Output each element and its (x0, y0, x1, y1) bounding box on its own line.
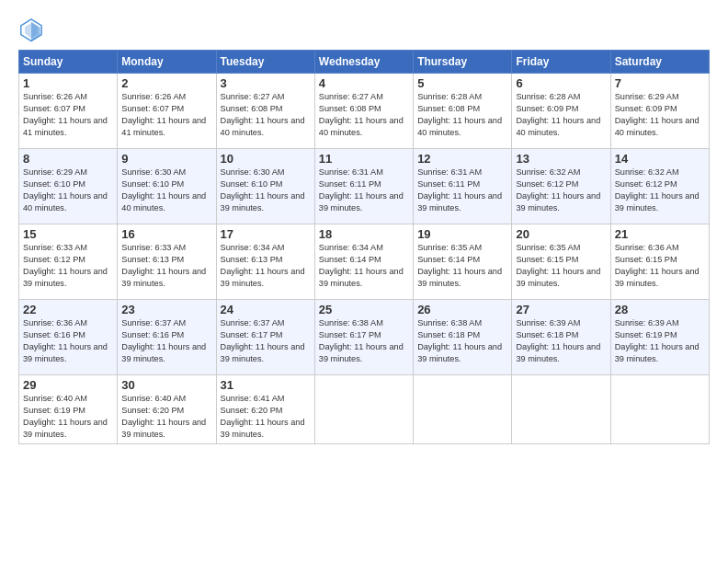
day-number: 12 (417, 152, 507, 166)
day-info: Sunrise: 6:38 AMSunset: 6:17 PMDaylight:… (319, 317, 409, 365)
weekday-saturday: Saturday (610, 51, 709, 74)
logo-icon (18, 17, 44, 42)
calendar-cell: 17Sunrise: 6:34 AMSunset: 6:13 PMDayligh… (216, 224, 314, 300)
weekday-monday: Monday (118, 51, 216, 74)
calendar-cell: 26Sunrise: 6:38 AMSunset: 6:18 PMDayligh… (414, 300, 512, 375)
day-number: 8 (23, 152, 113, 166)
day-number: 24 (221, 303, 311, 316)
day-info: Sunrise: 6:29 AMSunset: 6:09 PMDaylight:… (615, 91, 705, 139)
day-number: 25 (319, 303, 409, 316)
calendar-cell: 3Sunrise: 6:27 AMSunset: 6:08 PMDaylight… (216, 74, 314, 149)
day-info: Sunrise: 6:37 AMSunset: 6:17 PMDaylight:… (221, 317, 311, 365)
calendar-cell: 24Sunrise: 6:37 AMSunset: 6:17 PMDayligh… (216, 300, 314, 375)
day-number: 27 (516, 303, 606, 316)
calendar-cell (314, 375, 413, 444)
calendar-cell: 19Sunrise: 6:35 AMSunset: 6:14 PMDayligh… (414, 224, 512, 300)
day-info: Sunrise: 6:31 AMSunset: 6:11 PMDaylight:… (319, 167, 409, 214)
calendar-cell: 18Sunrise: 6:34 AMSunset: 6:14 PMDayligh… (314, 224, 413, 300)
day-info: Sunrise: 6:36 AMSunset: 6:15 PMDaylight:… (615, 242, 705, 290)
day-number: 31 (221, 378, 311, 392)
day-info: Sunrise: 6:26 AMSunset: 6:07 PMDaylight:… (23, 91, 113, 139)
weekday-wednesday: Wednesday (314, 51, 413, 74)
calendar-cell: 22Sunrise: 6:36 AMSunset: 6:16 PMDayligh… (19, 300, 118, 375)
day-number: 1 (23, 76, 113, 90)
day-number: 14 (615, 152, 705, 166)
calendar-cell: 28Sunrise: 6:39 AMSunset: 6:19 PMDayligh… (610, 300, 709, 375)
day-number: 16 (121, 227, 211, 241)
calendar-cell: 25Sunrise: 6:38 AMSunset: 6:17 PMDayligh… (314, 300, 413, 375)
weekday-thursday: Thursday (414, 51, 512, 74)
calendar-cell: 31Sunrise: 6:41 AMSunset: 6:20 PMDayligh… (216, 375, 314, 444)
day-info: Sunrise: 6:40 AMSunset: 6:20 PMDaylight:… (121, 393, 211, 441)
day-info: Sunrise: 6:38 AMSunset: 6:18 PMDaylight:… (417, 317, 507, 365)
calendar-cell (610, 375, 709, 444)
day-number: 13 (516, 152, 606, 166)
day-number: 4 (319, 76, 409, 90)
page: SundayMondayTuesdayWednesdayThursdayFrid… (0, 0, 728, 563)
day-number: 2 (121, 76, 211, 90)
calendar-cell: 11Sunrise: 6:31 AMSunset: 6:11 PMDayligh… (314, 149, 413, 224)
day-number: 18 (319, 227, 409, 241)
day-number: 20 (516, 227, 606, 241)
day-number: 23 (121, 303, 211, 316)
calendar-cell: 20Sunrise: 6:35 AMSunset: 6:15 PMDayligh… (512, 224, 610, 300)
calendar-cell: 23Sunrise: 6:37 AMSunset: 6:16 PMDayligh… (118, 300, 216, 375)
day-number: 10 (221, 152, 311, 166)
calendar-cell: 7Sunrise: 6:29 AMSunset: 6:09 PMDaylight… (610, 74, 709, 149)
calendar-cell: 5Sunrise: 6:28 AMSunset: 6:08 PMDaylight… (414, 74, 512, 149)
day-number: 28 (615, 303, 705, 316)
day-number: 17 (221, 227, 311, 241)
day-number: 11 (319, 152, 409, 166)
calendar-cell: 14Sunrise: 6:32 AMSunset: 6:12 PMDayligh… (610, 149, 709, 224)
day-info: Sunrise: 6:36 AMSunset: 6:16 PMDaylight:… (23, 317, 113, 365)
day-info: Sunrise: 6:37 AMSunset: 6:16 PMDaylight:… (121, 317, 211, 365)
day-info: Sunrise: 6:30 AMSunset: 6:10 PMDaylight:… (221, 167, 311, 214)
day-number: 29 (23, 378, 113, 392)
day-info: Sunrise: 6:34 AMSunset: 6:14 PMDaylight:… (319, 242, 409, 290)
day-info: Sunrise: 6:39 AMSunset: 6:18 PMDaylight:… (516, 317, 606, 365)
day-info: Sunrise: 6:32 AMSunset: 6:12 PMDaylight:… (615, 167, 705, 214)
calendar-table: SundayMondayTuesdayWednesdayThursdayFrid… (18, 50, 710, 444)
day-number: 7 (615, 76, 705, 90)
week-row-5: 29Sunrise: 6:40 AMSunset: 6:19 PMDayligh… (19, 375, 710, 444)
day-number: 22 (23, 303, 113, 316)
day-info: Sunrise: 6:33 AMSunset: 6:12 PMDaylight:… (23, 242, 113, 290)
calendar-cell (512, 375, 610, 444)
calendar-cell: 15Sunrise: 6:33 AMSunset: 6:12 PMDayligh… (19, 224, 118, 300)
day-info: Sunrise: 6:30 AMSunset: 6:10 PMDaylight:… (121, 167, 211, 214)
calendar-cell: 9Sunrise: 6:30 AMSunset: 6:10 PMDaylight… (118, 149, 216, 224)
day-number: 15 (23, 227, 113, 241)
day-number: 30 (121, 378, 211, 392)
day-info: Sunrise: 6:41 AMSunset: 6:20 PMDaylight:… (221, 393, 311, 441)
day-info: Sunrise: 6:31 AMSunset: 6:11 PMDaylight:… (417, 167, 507, 214)
day-info: Sunrise: 6:33 AMSunset: 6:13 PMDaylight:… (121, 242, 211, 290)
header (18, 17, 710, 42)
calendar-cell: 12Sunrise: 6:31 AMSunset: 6:11 PMDayligh… (414, 149, 512, 224)
day-info: Sunrise: 6:32 AMSunset: 6:12 PMDaylight:… (516, 167, 606, 214)
day-number: 5 (417, 76, 507, 90)
calendar-cell: 2Sunrise: 6:26 AMSunset: 6:07 PMDaylight… (118, 74, 216, 149)
calendar-cell: 4Sunrise: 6:27 AMSunset: 6:08 PMDaylight… (314, 74, 413, 149)
week-row-1: 1Sunrise: 6:26 AMSunset: 6:07 PMDaylight… (19, 74, 710, 149)
day-info: Sunrise: 6:28 AMSunset: 6:09 PMDaylight:… (516, 91, 606, 139)
calendar-cell: 30Sunrise: 6:40 AMSunset: 6:20 PMDayligh… (118, 375, 216, 444)
calendar-cell: 10Sunrise: 6:30 AMSunset: 6:10 PMDayligh… (216, 149, 314, 224)
day-number: 9 (121, 152, 211, 166)
logo (18, 17, 48, 42)
day-info: Sunrise: 6:27 AMSunset: 6:08 PMDaylight:… (221, 91, 311, 139)
calendar-cell: 29Sunrise: 6:40 AMSunset: 6:19 PMDayligh… (19, 375, 118, 444)
day-number: 3 (221, 76, 311, 90)
day-info: Sunrise: 6:34 AMSunset: 6:13 PMDaylight:… (221, 242, 311, 290)
calendar-cell: 8Sunrise: 6:29 AMSunset: 6:10 PMDaylight… (19, 149, 118, 224)
calendar-cell: 27Sunrise: 6:39 AMSunset: 6:18 PMDayligh… (512, 300, 610, 375)
day-info: Sunrise: 6:28 AMSunset: 6:08 PMDaylight:… (417, 91, 507, 139)
calendar-cell (414, 375, 512, 444)
day-info: Sunrise: 6:29 AMSunset: 6:10 PMDaylight:… (23, 167, 113, 214)
calendar-cell: 6Sunrise: 6:28 AMSunset: 6:09 PMDaylight… (512, 74, 610, 149)
calendar-cell: 13Sunrise: 6:32 AMSunset: 6:12 PMDayligh… (512, 149, 610, 224)
day-number: 19 (417, 227, 507, 241)
weekday-friday: Friday (512, 51, 610, 74)
day-info: Sunrise: 6:39 AMSunset: 6:19 PMDaylight:… (615, 317, 705, 365)
calendar-cell: 16Sunrise: 6:33 AMSunset: 6:13 PMDayligh… (118, 224, 216, 300)
day-info: Sunrise: 6:35 AMSunset: 6:15 PMDaylight:… (516, 242, 606, 290)
